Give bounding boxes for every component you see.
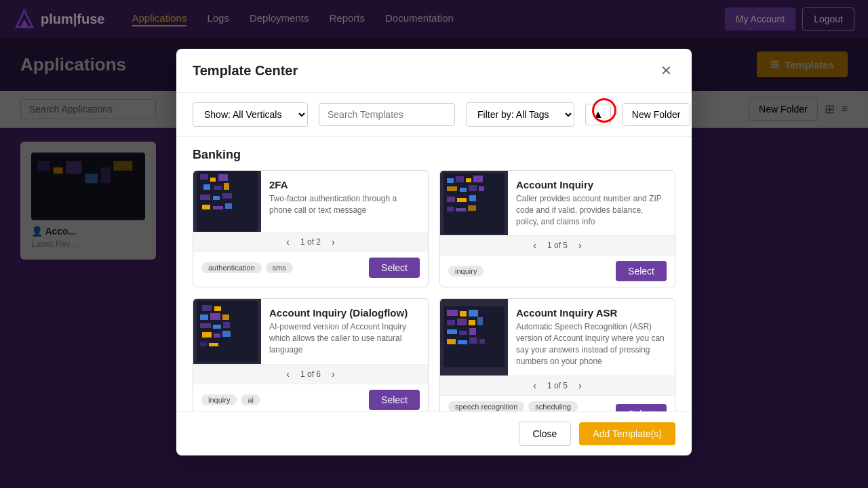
card-desc-2fa: Two-factor authentication through a phon… — [269, 193, 420, 216]
card-page-asr: 1 of 5 — [547, 381, 568, 390]
card-next-asr[interactable]: › — [574, 379, 586, 392]
svg-rect-16 — [224, 183, 229, 190]
svg-rect-54 — [460, 311, 467, 317]
svg-rect-26 — [466, 178, 471, 182]
template-center-modal: Template Center ✕ Show: All Verticals Fi… — [176, 49, 692, 455]
svg-rect-31 — [479, 186, 484, 191]
svg-rect-62 — [469, 328, 476, 335]
svg-rect-66 — [479, 339, 485, 344]
card-image-asr — [440, 299, 508, 375]
card-title-asr: Account Inquiry ASR — [516, 307, 667, 319]
card-nav-dialogflow: ‹ 1 of 6 › — [193, 364, 428, 384]
select-button-account-inquiry[interactable]: Select — [616, 261, 667, 281]
tag-ai: ai — [241, 394, 260, 405]
select-button-asr[interactable]: Select — [616, 404, 667, 411]
card-nav-2fa: ‹ 1 of 2 › — [193, 232, 428, 252]
svg-rect-65 — [469, 338, 477, 344]
add-template-button[interactable]: Add Template(s) — [579, 422, 675, 445]
svg-rect-51 — [209, 343, 218, 346]
modal-header: Template Center ✕ — [176, 49, 692, 93]
card-prev-dialogflow[interactable]: ‹ — [282, 367, 294, 381]
card-image-2fa — [193, 171, 261, 232]
new-folder-button[interactable]: New Folder — [622, 103, 691, 126]
template-card-2fa: 2FA Two-factor authentication through a … — [193, 170, 429, 287]
svg-rect-45 — [213, 325, 221, 329]
template-grid: 2FA Two-factor authentication through a … — [193, 170, 675, 411]
svg-rect-21 — [213, 206, 223, 209]
svg-rect-58 — [469, 320, 475, 325]
card-nav-asr: ‹ 1 of 5 › — [440, 375, 675, 396]
template-card-dialogflow: Account Inquiry (Dialogflow) AI-powered … — [193, 298, 429, 411]
tag-authentication: authentication — [201, 262, 262, 273]
card-content-dialogflow: Account Inquiry (Dialogflow) AI-powered … — [261, 299, 428, 363]
card-desc-asr: Automatic Speech Recognition (ASR) versi… — [516, 321, 667, 367]
svg-rect-59 — [477, 317, 483, 325]
svg-rect-12 — [210, 178, 216, 182]
scroll-up-button[interactable]: ▲ — [585, 104, 611, 125]
svg-rect-61 — [459, 331, 467, 335]
card-footer-asr: speech recognition scheduling inquiry Se… — [440, 396, 675, 411]
svg-rect-19 — [222, 193, 232, 199]
card-desc-dialogflow: AI-powered version of Account Inquiry wh… — [269, 321, 420, 355]
vertical-select[interactable]: Show: All Verticals — [193, 102, 308, 127]
svg-rect-28 — [447, 186, 457, 191]
svg-rect-43 — [222, 314, 229, 320]
svg-rect-37 — [468, 205, 476, 211]
card-title-2fa: 2FA — [269, 179, 420, 190]
select-button-2fa[interactable]: Select — [369, 258, 420, 278]
card-page-2fa: 1 of 2 — [300, 237, 321, 247]
svg-rect-56 — [447, 320, 455, 325]
svg-rect-64 — [458, 340, 467, 344]
template-card-asr: Account Inquiry ASR Automatic Speech Rec… — [439, 298, 675, 411]
card-page-account-inquiry: 1 of 5 — [547, 241, 568, 250]
svg-rect-53 — [447, 310, 458, 316]
card-prev-account-inquiry[interactable]: ‹ — [529, 239, 540, 252]
card-footer-account-inquiry: inquiry Select — [440, 256, 675, 287]
svg-rect-57 — [457, 319, 467, 325]
svg-rect-50 — [200, 342, 207, 346]
tag-scheduling: scheduling — [528, 401, 578, 411]
svg-rect-55 — [469, 310, 478, 317]
filter-tags-select[interactable]: Filter by: All Tags — [466, 102, 574, 127]
svg-rect-42 — [210, 313, 220, 320]
svg-rect-25 — [456, 176, 464, 182]
card-title-dialogflow: Account Inquiry (Dialogflow) — [269, 307, 420, 319]
svg-rect-48 — [214, 333, 220, 338]
card-next-account-inquiry[interactable]: › — [574, 239, 586, 252]
tag-sms: sms — [266, 262, 293, 273]
card-prev-asr[interactable]: ‹ — [529, 379, 540, 392]
svg-rect-24 — [447, 178, 454, 183]
svg-rect-32 — [447, 197, 455, 202]
card-nav-account-inquiry: ‹ 1 of 5 › — [440, 235, 675, 256]
svg-rect-14 — [203, 184, 210, 190]
card-tags-dialogflow: inquiry ai — [201, 394, 260, 405]
card-image-dialogflow — [193, 299, 261, 363]
card-footer-2fa: authentication sms Select — [193, 252, 428, 283]
svg-rect-27 — [473, 176, 483, 182]
svg-rect-34 — [469, 195, 476, 201]
svg-rect-17 — [200, 195, 210, 200]
select-button-dialogflow[interactable]: Select — [369, 390, 420, 410]
svg-rect-30 — [469, 185, 477, 191]
modal-close-button[interactable]: ✕ — [656, 61, 675, 80]
card-next-dialogflow[interactable]: › — [328, 367, 339, 381]
svg-rect-46 — [223, 322, 230, 328]
svg-rect-63 — [447, 339, 456, 344]
card-page-dialogflow: 1 of 6 — [300, 369, 321, 379]
svg-rect-60 — [447, 329, 457, 334]
modal-body: Banking — [176, 137, 692, 411]
svg-rect-49 — [222, 331, 231, 337]
card-tags-asr: speech recognition scheduling inquiry — [448, 401, 616, 411]
close-button[interactable]: Close — [519, 422, 572, 446]
template-search-input[interactable] — [319, 103, 455, 126]
tag-speech-recognition: speech recognition — [448, 401, 524, 411]
svg-rect-29 — [460, 188, 467, 192]
svg-rect-13 — [218, 174, 228, 181]
svg-rect-11 — [200, 174, 208, 180]
section-banking-title: Banking — [193, 137, 675, 170]
card-content-2fa: 2FA Two-factor authentication through a … — [261, 171, 428, 232]
card-prev-2fa[interactable]: ‹ — [282, 235, 294, 249]
card-next-2fa[interactable]: › — [328, 235, 339, 249]
template-card-account-inquiry: Account Inquiry Caller provides account … — [439, 170, 675, 287]
modal-title: Template Center — [193, 63, 298, 79]
